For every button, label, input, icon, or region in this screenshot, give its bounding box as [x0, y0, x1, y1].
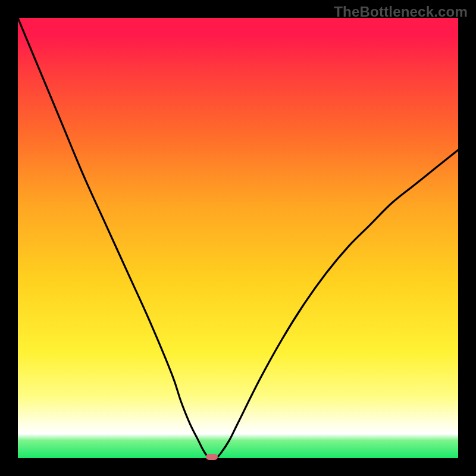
- bottleneck-curve: [18, 18, 458, 458]
- minimum-marker: [206, 454, 218, 460]
- curve-svg: [18, 18, 458, 458]
- chart-frame: TheBottleneck.com: [0, 0, 476, 476]
- plot-area: [18, 18, 458, 458]
- watermark-text: TheBottleneck.com: [334, 4, 468, 20]
